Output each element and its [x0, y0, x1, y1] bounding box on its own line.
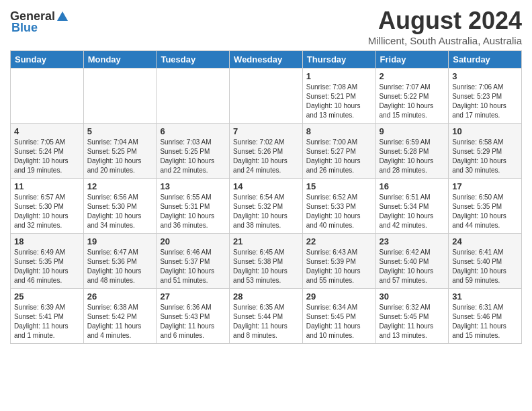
day-header-tuesday: Tuesday — [157, 51, 230, 68]
day-info: Sunrise: 6:34 AM Sunset: 5:45 PM Dayligh… — [306, 303, 372, 340]
calendar-cell: 24Sunrise: 6:41 AM Sunset: 5:40 PM Dayli… — [449, 234, 522, 289]
day-number: 19 — [87, 236, 153, 246]
day-header-monday: Monday — [83, 51, 157, 68]
day-info: Sunrise: 7:03 AM Sunset: 5:25 PM Dayligh… — [160, 138, 226, 175]
calendar-cell: 7Sunrise: 7:02 AM Sunset: 5:26 PM Daylig… — [230, 124, 303, 179]
calendar-cell: 12Sunrise: 6:56 AM Sunset: 5:30 PM Dayli… — [83, 179, 157, 234]
day-number: 22 — [306, 236, 372, 246]
calendar-cell: 15Sunrise: 6:52 AM Sunset: 5:33 PM Dayli… — [302, 179, 375, 234]
day-info: Sunrise: 6:45 AM Sunset: 5:38 PM Dayligh… — [233, 248, 299, 285]
day-number: 5 — [87, 126, 153, 136]
day-info: Sunrise: 6:41 AM Sunset: 5:40 PM Dayligh… — [452, 248, 518, 285]
day-info: Sunrise: 6:36 AM Sunset: 5:43 PM Dayligh… — [160, 303, 226, 340]
calendar-cell: 31Sunrise: 6:31 AM Sunset: 5:46 PM Dayli… — [449, 289, 522, 344]
logo-blue: Blue — [11, 21, 38, 35]
day-number: 24 — [452, 236, 518, 246]
calendar-week-3: 11Sunrise: 6:57 AM Sunset: 5:30 PM Dayli… — [11, 179, 522, 234]
day-header-saturday: Saturday — [449, 51, 522, 68]
day-info: Sunrise: 6:52 AM Sunset: 5:33 PM Dayligh… — [306, 193, 372, 230]
day-number: 3 — [452, 71, 518, 81]
calendar-title: August 2024 — [368, 7, 522, 35]
day-number: 8 — [306, 126, 372, 136]
calendar-cell: 8Sunrise: 7:00 AM Sunset: 5:27 PM Daylig… — [302, 124, 375, 179]
calendar-cell: 9Sunrise: 6:59 AM Sunset: 5:28 PM Daylig… — [375, 124, 449, 179]
calendar-week-4: 18Sunrise: 6:49 AM Sunset: 5:35 PM Dayli… — [11, 234, 522, 289]
day-number: 31 — [452, 291, 518, 302]
day-info: Sunrise: 6:50 AM Sunset: 5:35 PM Dayligh… — [452, 193, 518, 230]
calendar-cell: 21Sunrise: 6:45 AM Sunset: 5:38 PM Dayli… — [230, 234, 303, 289]
calendar-cell: 18Sunrise: 6:49 AM Sunset: 5:35 PM Dayli… — [11, 234, 84, 289]
day-info: Sunrise: 6:49 AM Sunset: 5:35 PM Dayligh… — [14, 248, 80, 285]
day-info: Sunrise: 6:39 AM Sunset: 5:41 PM Dayligh… — [14, 303, 80, 340]
day-header-sunday: Sunday — [11, 51, 84, 68]
day-number: 15 — [306, 181, 372, 191]
calendar-cell: 28Sunrise: 6:35 AM Sunset: 5:44 PM Dayli… — [230, 289, 303, 344]
calendar-cell: 22Sunrise: 6:43 AM Sunset: 5:39 PM Dayli… — [302, 234, 375, 289]
day-header-wednesday: Wednesday — [230, 51, 303, 68]
calendar-cell: 5Sunrise: 7:04 AM Sunset: 5:25 PM Daylig… — [83, 124, 157, 179]
calendar-cell: 25Sunrise: 6:39 AM Sunset: 5:41 PM Dayli… — [11, 289, 84, 344]
day-number: 18 — [14, 236, 80, 246]
day-info: Sunrise: 7:07 AM Sunset: 5:22 PM Dayligh… — [380, 83, 445, 120]
calendar-cell: 20Sunrise: 6:46 AM Sunset: 5:37 PM Dayli… — [157, 234, 230, 289]
calendar-cell: 29Sunrise: 6:34 AM Sunset: 5:45 PM Dayli… — [302, 289, 375, 344]
day-number: 13 — [160, 181, 226, 191]
day-info: Sunrise: 6:58 AM Sunset: 5:29 PM Dayligh… — [452, 138, 518, 175]
day-info: Sunrise: 6:47 AM Sunset: 5:36 PM Dayligh… — [87, 248, 153, 285]
day-info: Sunrise: 7:04 AM Sunset: 5:25 PM Dayligh… — [87, 138, 153, 175]
day-info: Sunrise: 7:00 AM Sunset: 5:27 PM Dayligh… — [306, 138, 372, 175]
calendar-cell — [11, 68, 84, 124]
calendar-cell: 16Sunrise: 6:51 AM Sunset: 5:34 PM Dayli… — [375, 179, 449, 234]
calendar-cell — [230, 68, 303, 124]
day-info: Sunrise: 6:35 AM Sunset: 5:44 PM Dayligh… — [233, 303, 299, 340]
calendar-cell: 6Sunrise: 7:03 AM Sunset: 5:25 PM Daylig… — [157, 124, 230, 179]
day-number: 27 — [160, 291, 226, 302]
day-info: Sunrise: 6:38 AM Sunset: 5:42 PM Dayligh… — [87, 303, 153, 340]
day-number: 4 — [14, 126, 80, 136]
calendar-cell: 1Sunrise: 7:08 AM Sunset: 5:21 PM Daylig… — [302, 68, 375, 124]
calendar-cell: 3Sunrise: 7:06 AM Sunset: 5:23 PM Daylig… — [449, 68, 522, 124]
logo: General Blue — [10, 7, 70, 35]
calendar-cell: 30Sunrise: 6:32 AM Sunset: 5:45 PM Dayli… — [375, 289, 449, 344]
day-info: Sunrise: 7:08 AM Sunset: 5:21 PM Dayligh… — [306, 83, 372, 120]
calendar-cell: 4Sunrise: 7:05 AM Sunset: 5:24 PM Daylig… — [11, 124, 84, 179]
day-info: Sunrise: 7:05 AM Sunset: 5:24 PM Dayligh… — [14, 138, 80, 175]
svg-marker-0 — [57, 11, 68, 21]
day-number: 11 — [14, 181, 80, 191]
day-info: Sunrise: 6:56 AM Sunset: 5:30 PM Dayligh… — [87, 193, 153, 230]
calendar-cell: 19Sunrise: 6:47 AM Sunset: 5:36 PM Dayli… — [83, 234, 157, 289]
day-info: Sunrise: 6:42 AM Sunset: 5:40 PM Dayligh… — [380, 248, 445, 285]
calendar-week-5: 25Sunrise: 6:39 AM Sunset: 5:41 PM Dayli… — [11, 289, 522, 344]
day-info: Sunrise: 6:51 AM Sunset: 5:34 PM Dayligh… — [380, 193, 445, 230]
day-number: 7 — [233, 126, 299, 136]
day-header-thursday: Thursday — [302, 51, 375, 68]
day-header-friday: Friday — [375, 51, 449, 68]
day-number: 14 — [233, 181, 299, 191]
day-number: 25 — [14, 291, 80, 302]
day-number: 26 — [87, 291, 153, 302]
calendar-cell: 14Sunrise: 6:54 AM Sunset: 5:32 PM Dayli… — [230, 179, 303, 234]
day-info: Sunrise: 7:06 AM Sunset: 5:23 PM Dayligh… — [452, 83, 518, 120]
calendar-cell: 11Sunrise: 6:57 AM Sunset: 5:30 PM Dayli… — [11, 179, 84, 234]
day-info: Sunrise: 6:43 AM Sunset: 5:39 PM Dayligh… — [306, 248, 372, 285]
day-number: 12 — [87, 181, 153, 191]
day-number: 17 — [452, 181, 518, 191]
logo-icon — [56, 10, 69, 24]
day-info: Sunrise: 6:32 AM Sunset: 5:45 PM Dayligh… — [380, 303, 445, 340]
calendar-subtitle: Millicent, South Australia, Australia — [368, 35, 522, 46]
calendar-cell: 26Sunrise: 6:38 AM Sunset: 5:42 PM Dayli… — [83, 289, 157, 344]
day-number: 2 — [380, 71, 445, 81]
calendar-header-row: SundayMondayTuesdayWednesdayThursdayFrid… — [11, 51, 522, 68]
day-info: Sunrise: 6:57 AM Sunset: 5:30 PM Dayligh… — [14, 193, 80, 230]
day-info: Sunrise: 6:59 AM Sunset: 5:28 PM Dayligh… — [380, 138, 445, 175]
title-block: August 2024 Millicent, South Australia, … — [368, 7, 522, 46]
day-number: 21 — [233, 236, 299, 246]
calendar-cell: 2Sunrise: 7:07 AM Sunset: 5:22 PM Daylig… — [375, 68, 449, 124]
day-number: 20 — [160, 236, 226, 246]
calendar-cell: 17Sunrise: 6:50 AM Sunset: 5:35 PM Dayli… — [449, 179, 522, 234]
calendar-cell — [83, 68, 157, 124]
day-info: Sunrise: 6:31 AM Sunset: 5:46 PM Dayligh… — [452, 303, 518, 340]
calendar-week-1: 1Sunrise: 7:08 AM Sunset: 5:21 PM Daylig… — [11, 68, 522, 124]
calendar-cell: 10Sunrise: 6:58 AM Sunset: 5:29 PM Dayli… — [449, 124, 522, 179]
calendar-cell: 13Sunrise: 6:55 AM Sunset: 5:31 PM Dayli… — [157, 179, 230, 234]
